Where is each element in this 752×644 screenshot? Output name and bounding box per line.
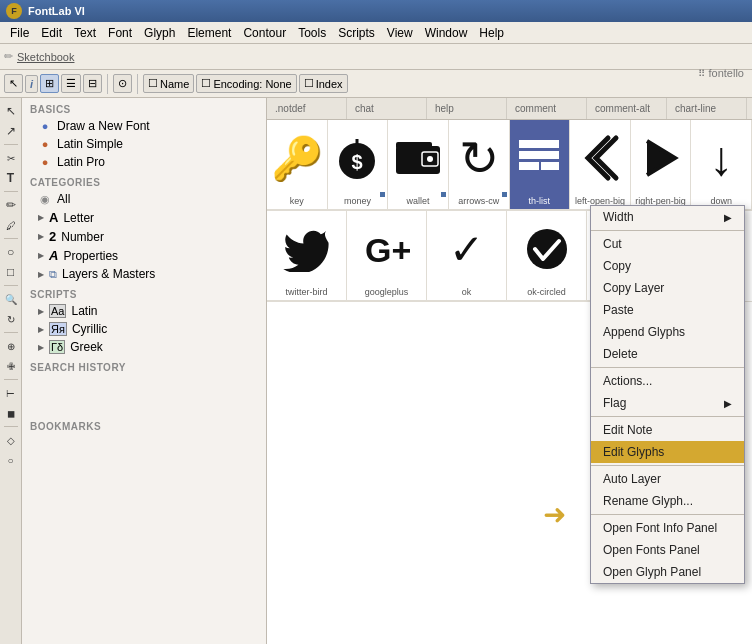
ctx-actions[interactable]: Actions... [591, 370, 744, 392]
toolbar-separator [107, 74, 108, 94]
glyph-arrows-cw[interactable]: ↻ arrows-cw [449, 120, 510, 210]
info-button[interactable]: i [25, 75, 38, 93]
latin-pro-label: Latin Pro [57, 155, 105, 169]
ctx-glyph-label: Open Glyph Panel [603, 565, 701, 579]
sidebar-all[interactable]: ◉ All [22, 190, 266, 208]
ctx-append-label: Append Glyphs [603, 325, 685, 339]
ctx-auto-layer-label: Auto Layer [603, 472, 661, 486]
circle-icon: ● [38, 137, 52, 151]
rotate-tool[interactable]: ↻ [2, 310, 20, 328]
zoom-tool[interactable]: 🔍 [2, 290, 20, 308]
greek-script-icon: Γδ [49, 340, 65, 354]
sidebar-latin-pro[interactable]: ● Latin Pro [22, 153, 266, 171]
index-btn[interactable]: ☐ Index [299, 74, 348, 93]
pencil-tool[interactable]: 🖊 [2, 216, 20, 234]
menu-text[interactable]: Text [68, 24, 102, 42]
ctx-cut[interactable]: Cut [591, 233, 744, 255]
ctx-rename-label: Rename Glyph... [603, 494, 693, 508]
ctx-open-fonts[interactable]: Open Fonts Panel [591, 539, 744, 561]
svg-text:$: $ [352, 151, 363, 173]
svg-rect-9 [519, 162, 539, 170]
menu-window[interactable]: Window [419, 24, 474, 42]
glyph-ok-circled[interactable]: ok-circled [507, 211, 587, 301]
sidebar-greek[interactable]: ▶ Γδ Greek [22, 338, 266, 356]
ctx-width[interactable]: Width ▶ [591, 206, 744, 228]
rect-tool[interactable]: □ [2, 263, 20, 281]
ctx-paste[interactable]: Paste [591, 299, 744, 321]
menu-element[interactable]: Element [181, 24, 237, 42]
menu-font[interactable]: Font [102, 24, 138, 42]
ctx-auto-layer[interactable]: Auto Layer [591, 468, 744, 490]
pen-tool[interactable]: ✏ [2, 196, 20, 214]
encoding-selector[interactable]: ⊙ [113, 74, 132, 93]
sidebar-letter[interactable]: ▶ A Letter [22, 208, 266, 227]
sidebar-latin[interactable]: ▶ Aa Latin [22, 302, 266, 320]
ctx-copy-layer[interactable]: Copy Layer [591, 277, 744, 299]
sidebar-number[interactable]: ▶ 2 Number [22, 227, 266, 246]
menu-contour[interactable]: Contour [237, 24, 292, 42]
glyph-header-row: .notdef chat help comment comment-alt ch… [267, 98, 752, 120]
pencil-icon: ✏ [4, 50, 13, 63]
ctx-edit-glyphs[interactable]: Edit Glyphs [591, 441, 744, 463]
menu-file[interactable]: File [4, 24, 35, 42]
glyph-money[interactable]: $ money [328, 120, 389, 210]
ctx-copy[interactable]: Copy [591, 255, 744, 277]
menu-glyph[interactable]: Glyph [138, 24, 181, 42]
knife-tool[interactable]: ✂ [2, 149, 20, 167]
tool-separator7 [4, 426, 18, 427]
anchor-tool[interactable]: ⊕ [2, 337, 20, 355]
view-icons-btn[interactable]: ⊞ [40, 74, 59, 93]
cursor-tool[interactable]: ↖ [4, 74, 23, 93]
glyph-twitter[interactable]: twitter-bird [267, 211, 347, 301]
sidebar-properties[interactable]: ▶ A Properties [22, 246, 266, 265]
ctx-delete[interactable]: Delete [591, 343, 744, 365]
arrows-cw-label: arrows-cw [456, 196, 501, 207]
view-detail-btn[interactable]: ⊟ [83, 74, 102, 93]
glyph-key[interactable]: 🔑 key [267, 120, 328, 210]
extra-tool[interactable]: ○ [2, 451, 20, 469]
ctx-sep3 [591, 416, 744, 417]
ctx-open-glyph[interactable]: Open Glyph Panel [591, 561, 744, 583]
sidebar-cyrillic[interactable]: ▶ Яя Cyrillic [22, 320, 266, 338]
fontello-badge: ⠿ fontello [698, 67, 744, 79]
view-list-btn[interactable]: ☰ [61, 74, 81, 93]
component-tool[interactable]: ◇ [2, 431, 20, 449]
glyph-right-pen[interactable]: right-pen-big [631, 120, 692, 210]
menu-view[interactable]: View [381, 24, 419, 42]
glyph-wallet[interactable]: wallet [388, 120, 449, 210]
ctx-open-font-info[interactable]: Open Font Info Panel [591, 517, 744, 539]
layers-label: Layers & Masters [62, 267, 155, 281]
ctx-rename-glyph[interactable]: Rename Glyph... [591, 490, 744, 512]
sidebar-layers-masters[interactable]: ▶ ⧉ Layers & Masters [22, 265, 266, 283]
glyph-down[interactable]: ↓ down [691, 120, 752, 210]
text-tool[interactable]: T [2, 169, 20, 187]
glyph-ok[interactable]: ✓ ok [427, 211, 507, 301]
menu-edit[interactable]: Edit [35, 24, 68, 42]
basics-header: BASICS [22, 98, 266, 117]
guide-tool[interactable]: ✙ [2, 357, 20, 375]
ctx-cut-label: Cut [603, 237, 622, 251]
menu-scripts[interactable]: Scripts [332, 24, 381, 42]
sketchbook-label[interactable]: Sketchbook [17, 51, 74, 63]
glyph-left-open[interactable]: left-open-big [570, 120, 631, 210]
ctx-edit-note[interactable]: Edit Note [591, 419, 744, 441]
menu-tools[interactable]: Tools [292, 24, 332, 42]
ctx-flag[interactable]: Flag ▶ [591, 392, 744, 414]
name-btn[interactable]: ☐ Name [143, 74, 194, 93]
node-tool[interactable]: ↗ [2, 122, 20, 140]
measure-tool[interactable]: ⊢ [2, 384, 20, 402]
sidebar-latin-simple[interactable]: ● Latin Simple [22, 135, 266, 153]
properties-label: Properties [63, 249, 118, 263]
select-tool[interactable]: ↖ [2, 102, 20, 120]
ctx-edit-glyphs-label: Edit Glyphs [603, 445, 664, 459]
fill-tool[interactable]: ◼ [2, 404, 20, 422]
glyph-th-list[interactable]: th-list [510, 120, 571, 210]
encoding-btn[interactable]: ☐ Encoding: None [196, 74, 296, 93]
sidebar-draw-new-font[interactable]: ● Draw a New Font [22, 117, 266, 135]
ctx-append-glyphs[interactable]: Append Glyphs [591, 321, 744, 343]
menu-help[interactable]: Help [473, 24, 510, 42]
tool-separator2 [4, 191, 18, 192]
glyph-googleplus[interactable]: G+ googleplus [347, 211, 427, 301]
shape-tool[interactable]: ○ [2, 243, 20, 261]
svg-rect-7 [519, 140, 559, 148]
